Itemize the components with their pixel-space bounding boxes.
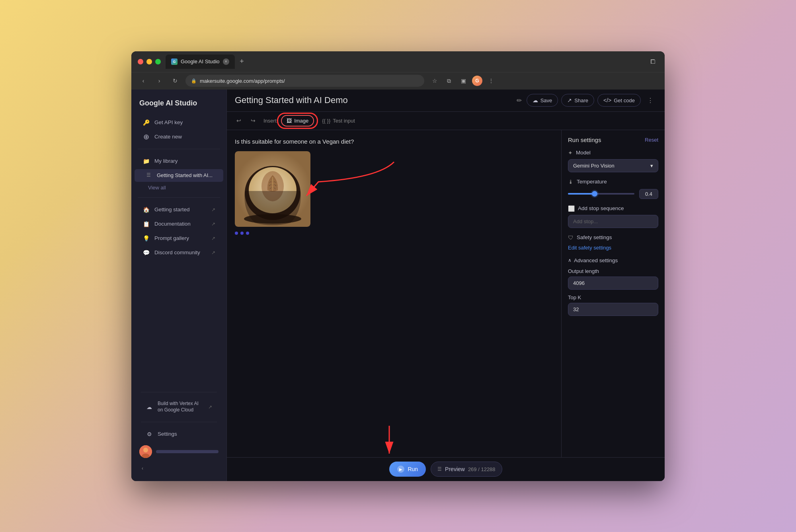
- sidebar-label-getting-started: Getting started: [154, 207, 190, 212]
- temp-icon: 🌡: [568, 179, 574, 185]
- image-action-dots[interactable]: [235, 232, 553, 235]
- insert-image-button[interactable]: 🖼 Image: [281, 115, 314, 127]
- chevron-down-icon: ▾: [650, 163, 653, 169]
- share-icon: ↗: [567, 97, 572, 103]
- toolbar: ↩ ↪ Insert: 🖼 Image {{ }} Test input: [227, 112, 665, 130]
- tab-favicon: G: [171, 58, 178, 65]
- run-settings-panel: Run settings Reset ✦ Model Gemini Pro Vi…: [561, 130, 665, 457]
- api-key-icon: 🔑: [142, 119, 150, 126]
- sidebar-label-settings: Settings: [158, 431, 177, 437]
- tab-close-icon[interactable]: ×: [223, 58, 229, 65]
- sidebar-item-discord[interactable]: 💬 Discord community ↗: [135, 246, 223, 260]
- stop-input-field[interactable]: Add stop...: [568, 215, 658, 228]
- reset-button[interactable]: Reset: [645, 137, 658, 143]
- sidebar-label-create-new: Create new: [154, 134, 182, 140]
- view-all-link[interactable]: View all: [131, 183, 226, 193]
- temperature-value: 0.4: [639, 189, 658, 199]
- temperature-slider[interactable]: [568, 193, 634, 195]
- sidebar-toggle-icon[interactable]: ▣: [458, 75, 469, 86]
- save-icon: ☁: [533, 97, 538, 103]
- back-button[interactable]: ‹: [138, 75, 149, 86]
- url-bar[interactable]: 🔒 makersuite.google.com/app/prompts/: [185, 75, 424, 87]
- edit-title-icon[interactable]: ✏: [517, 97, 522, 104]
- sidebar-label-api-key: Get API key: [154, 119, 183, 125]
- library-icon: 📁: [142, 158, 150, 165]
- prompt-area[interactable]: Is this suitable for someone on a Vegan …: [227, 130, 561, 457]
- traffic-lights: [138, 59, 161, 64]
- chevron-up-icon: ∧: [568, 257, 572, 263]
- sidebar-item-documentation[interactable]: 📋 Documentation ↗: [135, 217, 223, 231]
- sidebar-item-api-key[interactable]: 🔑 Get API key: [135, 115, 223, 130]
- model-select[interactable]: Gemini Pro Vision ▾: [568, 159, 658, 172]
- edit-safety-link[interactable]: Edit safety settings: [568, 245, 611, 251]
- collapse-sidebar-button[interactable]: ‹: [138, 464, 147, 473]
- uploaded-image[interactable]: [235, 151, 310, 227]
- shield-icon: 🛡: [568, 234, 574, 241]
- doc-icon: ☰: [146, 172, 153, 179]
- temperature-slider-container: 0.4: [568, 189, 658, 199]
- advanced-settings-toggle[interactable]: ∧ Advanced settings: [568, 257, 658, 263]
- svg-point-1: [143, 448, 148, 452]
- test-input-button[interactable]: {{ }} Test input: [317, 116, 360, 126]
- new-tab-button[interactable]: +: [236, 56, 248, 67]
- external-link-icon-3: ↗: [211, 236, 215, 241]
- reload-button[interactable]: ↻: [170, 75, 181, 86]
- save-button[interactable]: ☁ Save: [527, 94, 558, 107]
- user-name-placeholder: [156, 450, 219, 453]
- user-avatar[interactable]: [139, 445, 152, 458]
- sidebar-item-create-new[interactable]: ⊕ Create new: [135, 130, 223, 144]
- undo-button[interactable]: ↩: [233, 115, 244, 126]
- close-button[interactable]: [138, 59, 143, 64]
- topk-input[interactable]: 32: [568, 303, 658, 316]
- sidebar-item-prompt-gallery[interactable]: 💡 Prompt gallery ↗: [135, 231, 223, 246]
- redo-button[interactable]: ↪: [248, 115, 259, 126]
- run-button[interactable]: ▶ Run: [389, 462, 426, 477]
- gallery-icon: 💡: [142, 235, 150, 242]
- forward-button[interactable]: ›: [154, 75, 165, 86]
- sidebar-divider-2: [138, 197, 220, 198]
- sidebar-item-getting-started[interactable]: ☰ Getting Started with AI...: [135, 169, 223, 182]
- slider-thumb[interactable]: [592, 191, 597, 197]
- stop-icon: ⬜: [568, 205, 575, 212]
- active-tab[interactable]: G Google AI Studio ×: [166, 55, 235, 69]
- share-button[interactable]: ↗ Share: [561, 94, 594, 107]
- sidebar-item-getting-started-nav[interactable]: 🏠 Getting started ↗: [135, 203, 223, 217]
- stop-sequence-section: ⬜ Add stop sequence Add stop...: [568, 205, 658, 228]
- addressbar: ‹ › ↻ 🔒 makersuite.google.com/app/prompt…: [131, 72, 665, 90]
- prompt-question-text: Is this suitable for someone on a Vegan …: [235, 138, 553, 145]
- sidebar-divider-1: [138, 149, 220, 149]
- home-icon: 🏠: [142, 206, 150, 213]
- sidebar-item-vertex[interactable]: ☁ Build with Vertex AI on Google Cloud ↗: [138, 397, 220, 417]
- bookmark-icon[interactable]: ☆: [429, 75, 440, 86]
- sidebar-divider-3: [141, 392, 217, 392]
- discord-icon: 💬: [142, 249, 150, 256]
- main-content: Getting Started with AI Demo ✏ ☁ Save ↗ …: [227, 90, 665, 481]
- token-count: 269 / 12288: [468, 466, 496, 472]
- library-item-label: Getting Started with AI...: [157, 172, 213, 178]
- more-options-icon[interactable]: ⋮: [486, 75, 497, 86]
- preview-button[interactable]: ☰ Preview 269 / 12288: [431, 462, 502, 477]
- dot-2: [240, 232, 244, 235]
- app-logo: Google AI Studio: [131, 96, 226, 115]
- coffee-image-svg: [235, 151, 310, 227]
- sidebar-bottom: ☁ Build with Vertex AI on Google Cloud ↗…: [131, 387, 226, 474]
- minimize-button[interactable]: [146, 59, 152, 64]
- sidebar-label-docs: Documentation: [154, 221, 191, 227]
- sidebar-label-gallery: Prompt gallery: [154, 235, 189, 241]
- settings-header: Run settings Reset: [568, 136, 658, 143]
- sidebar-label-library: My library: [154, 158, 178, 164]
- sidebar-item-my-library[interactable]: 📁 My library: [135, 154, 223, 168]
- more-menu-button[interactable]: ⋮: [644, 94, 657, 107]
- output-length-input[interactable]: 4096: [568, 277, 658, 290]
- chrome-user-avatar[interactable]: G: [472, 76, 482, 86]
- extensions-icon2[interactable]: ⧉: [443, 75, 455, 86]
- braces-icon: {{ }}: [322, 118, 330, 124]
- get-code-button[interactable]: </> Get code: [597, 94, 641, 107]
- run-icon: ▶: [397, 466, 404, 473]
- extensions-icon[interactable]: ⧠: [647, 56, 658, 67]
- maximize-button[interactable]: [155, 59, 161, 64]
- external-link-icon-2: ↗: [211, 221, 215, 227]
- sidebar-item-settings[interactable]: ⚙ Settings: [138, 427, 220, 441]
- url-text: makersuite.google.com/app/prompts/: [200, 78, 285, 84]
- settings-title: Run settings: [568, 136, 601, 143]
